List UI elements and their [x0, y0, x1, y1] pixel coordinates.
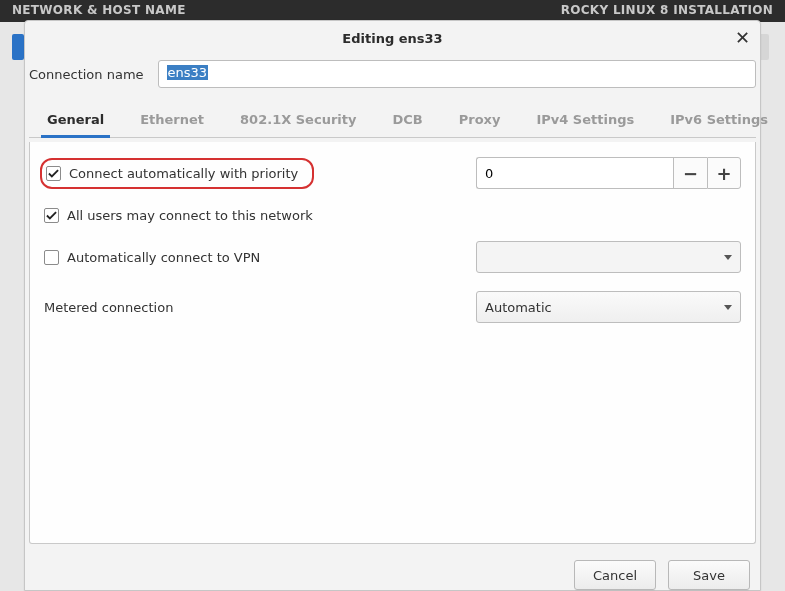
all-users-label: All users may connect to this network: [67, 208, 313, 223]
auto-connect-label: Connect automatically with priority: [69, 166, 298, 181]
tab-ipv6-settings[interactable]: IPv6 Settings: [652, 102, 785, 137]
tab-ipv4-settings[interactable]: IPv4 Settings: [518, 102, 652, 137]
vpn-select-value: [485, 250, 489, 265]
dialog-header: Editing ens33 ✕: [25, 21, 760, 54]
auto-vpn-label: Automatically connect to VPN: [67, 250, 260, 265]
metered-row: Metered connection Automatic: [44, 290, 741, 324]
tab-general[interactable]: General: [29, 102, 122, 137]
auto-priority-row: Connect automatically with priority 0 − …: [44, 156, 741, 190]
auto-vpn-row: Automatically connect to VPN: [44, 240, 741, 274]
auto-connect-checkbox[interactable]: [46, 166, 61, 181]
chevron-down-icon: [724, 305, 732, 310]
all-users-checkbox[interactable]: [44, 208, 59, 223]
bg-accent-left: [12, 34, 24, 60]
bg-left-text: NETWORK & HOST NAME: [12, 3, 186, 19]
connection-name-value: ens33: [167, 65, 209, 80]
save-button[interactable]: Save: [668, 560, 750, 590]
all-users-row: All users may connect to this network: [44, 198, 741, 232]
priority-increment-button[interactable]: +: [707, 157, 741, 189]
tabs-bar: General Ethernet 802.1X Security DCB Pro…: [29, 102, 756, 138]
tab-ethernet[interactable]: Ethernet: [122, 102, 222, 137]
tab-8021x-security[interactable]: 802.1X Security: [222, 102, 374, 137]
background-installer-header: NETWORK & HOST NAME ROCKY LINUX 8 INSTAL…: [0, 0, 785, 22]
connection-name-input[interactable]: ens33: [158, 60, 756, 88]
metered-select[interactable]: Automatic: [476, 291, 741, 323]
minus-icon: −: [683, 163, 698, 184]
check-icon: [46, 210, 57, 221]
check-icon: [48, 168, 59, 179]
connection-name-row: Connection name ens33: [25, 54, 760, 94]
connection-name-label: Connection name: [29, 67, 144, 82]
vpn-select[interactable]: [476, 241, 741, 273]
metered-select-value: Automatic: [485, 300, 552, 315]
tab-dcb[interactable]: DCB: [374, 102, 440, 137]
cancel-button[interactable]: Cancel: [574, 560, 656, 590]
chevron-down-icon: [724, 255, 732, 260]
dialog-title: Editing ens33: [342, 31, 442, 46]
plus-icon: +: [716, 163, 731, 184]
highlight-annotation: Connect automatically with priority: [40, 158, 314, 189]
edit-connection-dialog: Editing ens33 ✕ Connection name ens33 Ge…: [24, 20, 761, 591]
bg-right-text: ROCKY LINUX 8 INSTALLATION: [561, 3, 773, 19]
priority-input[interactable]: 0: [476, 157, 673, 189]
dialog-footer: Cancel Save: [25, 548, 760, 590]
metered-label: Metered connection: [44, 300, 173, 315]
close-icon[interactable]: ✕: [735, 29, 750, 47]
general-panel: Connect automatically with priority 0 − …: [29, 142, 756, 544]
tab-proxy[interactable]: Proxy: [441, 102, 519, 137]
auto-vpn-checkbox[interactable]: [44, 250, 59, 265]
priority-decrement-button[interactable]: −: [673, 157, 707, 189]
spacer: [44, 332, 741, 535]
priority-value: 0: [485, 166, 493, 181]
